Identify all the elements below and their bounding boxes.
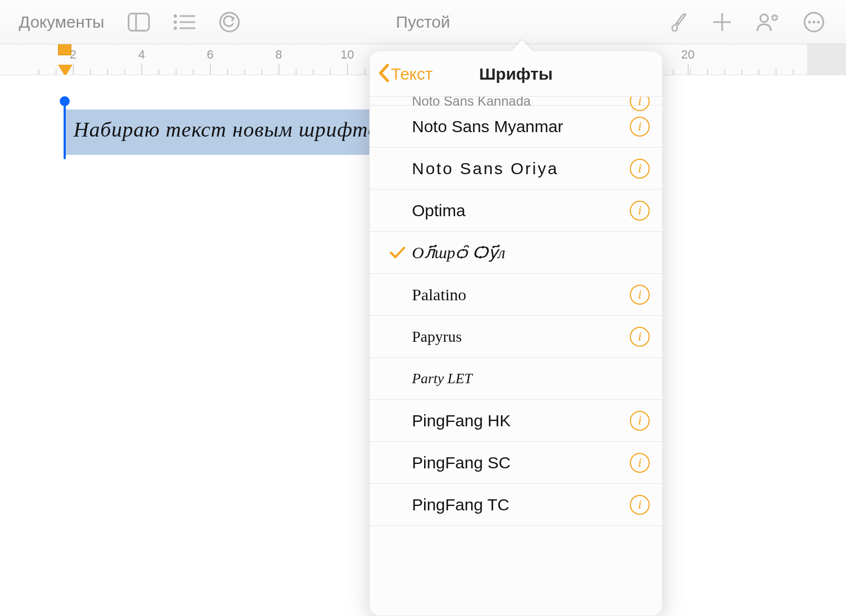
font-row[interactable]: Party LET bbox=[370, 358, 662, 400]
font-name-label: Party LET bbox=[412, 370, 650, 387]
font-name-label: Optima bbox=[412, 201, 630, 220]
font-row[interactable]: Palatinoi bbox=[370, 274, 662, 316]
font-row[interactable]: Noto Sans Myanmari bbox=[370, 106, 662, 148]
format-brush-icon[interactable] bbox=[667, 11, 689, 33]
svg-point-12 bbox=[760, 14, 768, 22]
list-view-icon[interactable] bbox=[173, 14, 195, 30]
font-row[interactable]: Optimai bbox=[370, 190, 662, 232]
sidebar-toggle-icon[interactable] bbox=[128, 13, 150, 32]
collaborate-icon[interactable] bbox=[755, 11, 780, 33]
ruler-tick-label: 20 bbox=[681, 48, 694, 62]
documents-button[interactable]: Документы bbox=[19, 13, 105, 32]
font-row[interactable]: PingFang TCi bbox=[370, 484, 662, 526]
font-name-label: PingFang SC bbox=[412, 453, 630, 472]
ruler-indent-marker-top[interactable] bbox=[58, 44, 71, 55]
chevron-left-icon bbox=[378, 63, 390, 85]
svg-point-4 bbox=[174, 20, 177, 24]
font-info-icon[interactable]: i bbox=[630, 159, 650, 179]
font-row[interactable]: Noto Sans Oriyai bbox=[370, 148, 662, 190]
svg-point-6 bbox=[174, 27, 177, 30]
fonts-popover: Текст Шрифты Noto Sans KannadaiNoto Sans… bbox=[369, 51, 662, 616]
font-name-label: Ол҃шрѻ̑ Ѻу҃л bbox=[412, 243, 650, 262]
svg-point-17 bbox=[808, 20, 811, 23]
font-row[interactable]: Papyrusi bbox=[370, 316, 662, 358]
font-info-icon[interactable]: i bbox=[630, 495, 650, 515]
font-info-icon[interactable]: i bbox=[630, 201, 650, 221]
font-name-label: Palatino bbox=[412, 285, 630, 304]
svg-rect-0 bbox=[128, 13, 149, 30]
font-info-icon[interactable]: i bbox=[630, 285, 650, 305]
font-name-label: Papyrus bbox=[412, 328, 630, 346]
font-name-label: PingFang TC bbox=[412, 495, 630, 514]
font-row[interactable]: Ол҃шрѻ̑ Ѻу҃л bbox=[370, 232, 662, 274]
font-row[interactable]: Noto Sans Kannadai bbox=[370, 97, 662, 106]
popover-header: Текст Шрифты bbox=[370, 51, 662, 97]
ruler-margin-shade bbox=[807, 44, 846, 75]
popover-title: Шрифты bbox=[479, 65, 552, 83]
svg-point-18 bbox=[813, 20, 816, 23]
ruler-indent-marker-bottom[interactable] bbox=[58, 65, 72, 75]
ruler-tick-label: 4 bbox=[138, 48, 145, 62]
font-name-label: Noto Sans Myanmar bbox=[412, 117, 630, 136]
font-row[interactable]: PingFang HKi bbox=[370, 400, 662, 442]
font-name-label: Noto Sans Oriya bbox=[412, 159, 630, 178]
add-icon[interactable] bbox=[712, 12, 732, 32]
font-row[interactable]: PingFang SCi bbox=[370, 442, 662, 484]
document-title[interactable]: Пустой bbox=[396, 13, 450, 32]
svg-point-2 bbox=[174, 14, 177, 18]
toolbar: Документы Пустой bbox=[0, 0, 846, 44]
ruler-tick-label: 10 bbox=[341, 48, 354, 62]
more-icon[interactable] bbox=[803, 11, 825, 33]
font-selected-check-icon bbox=[383, 246, 412, 260]
font-info-icon[interactable]: i bbox=[630, 453, 650, 473]
ruler-tick-label: 6 bbox=[207, 48, 213, 62]
popover-back-label: Текст bbox=[391, 65, 433, 83]
font-list[interactable]: Noto Sans KannadaiNoto Sans MyanmariNoto… bbox=[370, 97, 662, 615]
font-info-icon[interactable]: i bbox=[630, 411, 650, 431]
font-info-icon[interactable]: i bbox=[630, 117, 650, 137]
font-name-label: PingFang HK bbox=[412, 411, 630, 430]
undo-icon[interactable] bbox=[218, 11, 241, 33]
font-info-icon[interactable]: i bbox=[630, 327, 650, 347]
ruler-tick-label: 8 bbox=[275, 48, 282, 62]
popover-back-button[interactable]: Текст bbox=[370, 63, 433, 85]
svg-point-19 bbox=[817, 20, 820, 23]
